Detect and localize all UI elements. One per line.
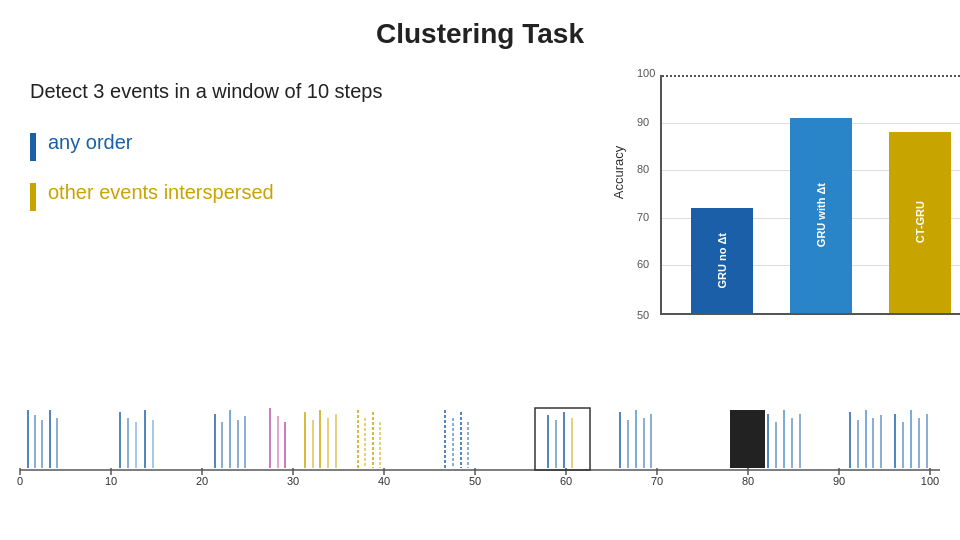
bar-gru-with-dt: GRU with Δt (790, 118, 852, 313)
bars-area: GRU no Δt GRU with Δt CT-GRU (672, 75, 960, 313)
bullet-other-events: other events interspersed (30, 181, 570, 211)
svg-text:40: 40 (378, 475, 390, 487)
svg-text:0: 0 (17, 475, 23, 487)
bar-chart: 90 80 70 60 50 100 (660, 75, 960, 315)
detect-text: Detect 3 events in a window of 10 steps (30, 80, 570, 103)
bullet-label-other-events: other events interspersed (48, 181, 274, 204)
bar-wrapper-gru-with-dt: GRU with Δt (790, 75, 852, 313)
bar-chart-panel: Accuracy 90 80 70 60 50 (590, 70, 930, 315)
timeline-area: 0 10 20 30 40 50 60 70 80 90 100 (0, 400, 960, 530)
bullet-bar-gold (30, 183, 36, 211)
svg-text:20: 20 (196, 475, 208, 487)
bar-label-gru-no-dt: GRU no Δt (716, 229, 728, 293)
svg-text:30: 30 (287, 475, 299, 487)
bar-ct-gru: CT-GRU (889, 132, 951, 313)
svg-text:50: 50 (469, 475, 481, 487)
bar-wrapper-gru-no-dt: GRU no Δt (691, 75, 753, 313)
timeline-svg: 0 10 20 30 40 50 60 70 80 90 100 (0, 400, 960, 510)
left-panel: Detect 3 events in a window of 10 steps … (30, 70, 590, 315)
bullet-bar-blue (30, 133, 36, 161)
bullet-label-any-order: any order (48, 131, 133, 154)
bar-wrapper-ct-gru: CT-GRU (889, 75, 951, 313)
ytick-100: 100 (637, 67, 655, 79)
svg-text:10: 10 (105, 475, 117, 487)
bullet-any-order: any order (30, 131, 570, 161)
svg-text:70: 70 (651, 475, 663, 487)
bar-label-gru-with-dt: GRU with Δt (815, 179, 827, 251)
ytick-70: 70 (637, 211, 649, 223)
svg-rect-64 (730, 410, 765, 468)
ytick-60: 60 (637, 258, 649, 270)
bar-label-ct-gru: CT-GRU (914, 197, 926, 247)
page-title: Clustering Task (0, 0, 960, 60)
ytick-50: 50 (637, 309, 649, 321)
svg-text:60: 60 (560, 475, 572, 487)
ytick-90: 90 (637, 116, 649, 128)
svg-rect-54 (535, 408, 590, 470)
svg-text:90: 90 (833, 475, 845, 487)
svg-text:80: 80 (742, 475, 754, 487)
y-axis-label: Accuracy (611, 146, 626, 199)
svg-text:100: 100 (921, 475, 939, 487)
ytick-80: 80 (637, 163, 649, 175)
bar-gru-no-dt: GRU no Δt (691, 208, 753, 313)
